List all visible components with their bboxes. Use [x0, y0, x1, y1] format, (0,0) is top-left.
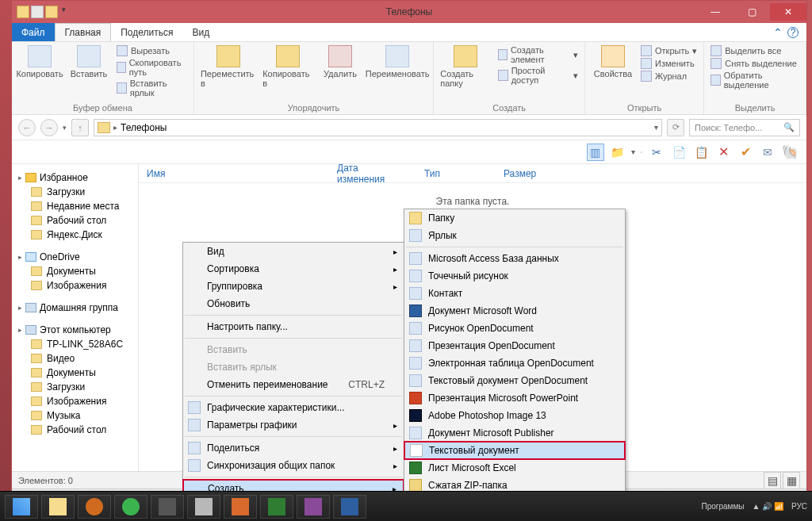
open-button[interactable]: Открыть ▾ — [641, 45, 697, 56]
search-input[interactable]: Поиск: Телефо...🔍 — [689, 119, 800, 136]
cut-icon[interactable]: ✂ — [648, 144, 665, 161]
task-excel[interactable] — [260, 495, 293, 519]
tab-share[interactable]: Поделиться — [111, 23, 182, 41]
maximize-button[interactable]: ▢ — [733, 3, 770, 21]
context-menu-item[interactable]: Ярлык — [404, 227, 625, 244]
paste-shortcut-button[interactable]: Вставить ярлык — [117, 79, 187, 98]
properties-button[interactable]: Свойства — [592, 45, 634, 79]
sidebar-item[interactable]: Рабочий стол — [12, 213, 138, 228]
tray-language[interactable]: РУС — [791, 502, 807, 511]
context-menu-item[interactable]: Рисунок OpenDocument — [404, 320, 625, 337]
context-menu-main[interactable]: ВидСортировкаГруппировкаОбновитьНастроит… — [182, 242, 404, 521]
sidebar-group-head[interactable]: ▸Этот компьютер — [12, 323, 138, 337]
paste-button[interactable]: Вставить — [67, 45, 110, 79]
new-folder-button[interactable]: Создать папку — [440, 45, 491, 88]
sidebar-item[interactable]: Музыка — [12, 408, 138, 423]
tray-programs[interactable]: Программы — [701, 502, 744, 511]
context-menu-item[interactable]: Adobe Photoshop Image 13 — [404, 407, 625, 424]
ribbon-help[interactable]: ⌃? — [773, 23, 806, 41]
invert-selection-button[interactable]: Обратить выделение — [710, 71, 799, 90]
context-menu-item[interactable]: Презентация OpenDocument — [404, 337, 625, 354]
task-app[interactable] — [297, 495, 330, 519]
system-tray[interactable]: Программы ▲ 🔊 📶 РУС — [701, 502, 807, 511]
context-menu-item[interactable]: Параметры графики — [183, 416, 404, 434]
cut-button[interactable]: Вырезать — [117, 45, 187, 56]
task-firefox[interactable] — [78, 495, 111, 519]
col-type[interactable]: Тип — [416, 168, 496, 179]
context-menu-item[interactable]: Microsoft Access База данных — [404, 250, 625, 267]
sidebar-item[interactable]: Яндекс.Диск — [12, 228, 138, 242]
navigation-pane[interactable]: ▸ИзбранноеЗагрузкиНедавние местаРабочий … — [12, 164, 139, 471]
easy-access-button[interactable]: Простой доступ ▾ — [498, 66, 578, 85]
copy-icon[interactable]: 📄 — [670, 144, 688, 161]
organize-button[interactable]: 📁 — [609, 144, 626, 161]
context-menu-item[interactable]: Графические характеристики... — [183, 399, 404, 416]
context-menu-item[interactable]: Электронная таблица OpenDocument — [404, 354, 625, 372]
context-menu-item[interactable]: Презентация Microsoft PowerPoint — [404, 389, 625, 407]
sidebar-group-head[interactable]: ▸Избранное — [12, 170, 138, 185]
rename-button[interactable]: Переименовать — [368, 45, 427, 79]
context-menu-item[interactable]: Документ Microsoft Word — [404, 302, 625, 320]
context-menu-item[interactable]: Лист Microsoft Excel — [404, 459, 625, 477]
sidebar-item[interactable]: Изображения — [12, 394, 138, 408]
task-app[interactable] — [224, 495, 257, 519]
context-menu-item[interactable]: Настроить папку... — [183, 318, 404, 335]
refresh-button[interactable]: ⟳ — [667, 119, 684, 136]
sidebar-group-head[interactable]: ▸OneDrive — [12, 250, 138, 264]
task-word[interactable] — [333, 495, 366, 519]
qa-dropdown-icon[interactable]: ▾ — [59, 6, 68, 18]
breadcrumb-segment[interactable]: Телефоны — [121, 122, 167, 133]
context-menu-item[interactable]: Группировка — [183, 278, 404, 295]
context-menu-item[interactable]: Отменить переименованиеCTRL+Z — [183, 376, 404, 393]
sidebar-item[interactable]: Загрузки — [12, 185, 138, 199]
col-name[interactable]: Имя — [139, 168, 329, 179]
context-menu-item[interactable]: Контакт — [404, 285, 625, 302]
folder-icon[interactable] — [17, 6, 29, 18]
view-details-button[interactable]: ▤ — [764, 472, 781, 489]
tab-file[interactable]: Файл — [12, 23, 55, 41]
forward-button[interactable]: → — [40, 119, 58, 136]
column-headers[interactable]: Имя Дата изменения Тип Размер — [139, 164, 806, 183]
sidebar-group-head[interactable]: ▸Домашняя группа — [12, 301, 138, 315]
task-app[interactable] — [114, 495, 147, 519]
paste-icon[interactable]: 📋 — [692, 144, 710, 161]
close-button[interactable]: ✕ — [770, 3, 806, 21]
start-button[interactable] — [5, 495, 38, 519]
delete-icon[interactable]: ✕ — [714, 144, 732, 161]
check-icon[interactable]: ✔ — [737, 144, 754, 161]
sidebar-item[interactable]: Изображения — [12, 278, 138, 293]
move-to-button[interactable]: Переместить в — [201, 45, 256, 88]
back-button[interactable]: ← — [18, 119, 36, 136]
edit-button[interactable]: Изменить — [641, 58, 697, 69]
task-app[interactable] — [187, 495, 220, 519]
sidebar-item[interactable]: Видео — [12, 351, 138, 366]
context-menu-item[interactable]: Документ Microsoft Publisher — [404, 424, 625, 442]
task-explorer[interactable] — [41, 495, 75, 519]
shell-icon[interactable]: 🐚 — [781, 144, 799, 161]
taskbar[interactable]: Программы ▲ 🔊 📶 РУС — [0, 491, 812, 521]
qa-icon[interactable] — [45, 6, 58, 18]
breadcrumb[interactable]: ▸ Телефоны ▾ — [94, 119, 662, 136]
context-menu-item[interactable]: Текстовый документ — [404, 442, 625, 459]
copy-button[interactable]: Копировать — [18, 45, 61, 79]
context-menu-item[interactable]: Текстовый документ OpenDocument — [404, 372, 625, 389]
view-icons-button[interactable]: ▦ — [783, 472, 800, 489]
context-menu-item[interactable]: Поделиться — [183, 439, 404, 457]
col-date[interactable]: Дата изменения — [329, 164, 416, 185]
context-menu-item[interactable]: Папку — [404, 209, 625, 227]
sidebar-item[interactable]: Документы — [12, 366, 138, 380]
delete-button[interactable]: Удалить — [319, 45, 362, 79]
select-none-button[interactable]: Снять выделение — [710, 58, 799, 69]
new-item-button[interactable]: Создать элемент ▾ — [498, 45, 578, 64]
context-menu-create-submenu[interactable]: ПапкуЯрлыкMicrosoft Access База данныхТо… — [404, 209, 626, 495]
col-size[interactable]: Размер — [496, 168, 544, 179]
minimize-button[interactable]: — — [697, 3, 733, 21]
sidebar-item[interactable]: Документы — [12, 264, 138, 278]
sidebar-item[interactable]: Недавние места — [12, 199, 138, 213]
context-menu-item[interactable]: Обновить — [183, 295, 404, 312]
tab-view[interactable]: Вид — [182, 23, 219, 41]
task-app[interactable] — [151, 495, 184, 519]
titlebar[interactable]: ▾ Телефоны — ▢ ✕ — [12, 1, 806, 23]
context-menu-item[interactable]: Сортировка — [183, 260, 404, 278]
sidebar-item[interactable]: Загрузки — [12, 380, 138, 394]
